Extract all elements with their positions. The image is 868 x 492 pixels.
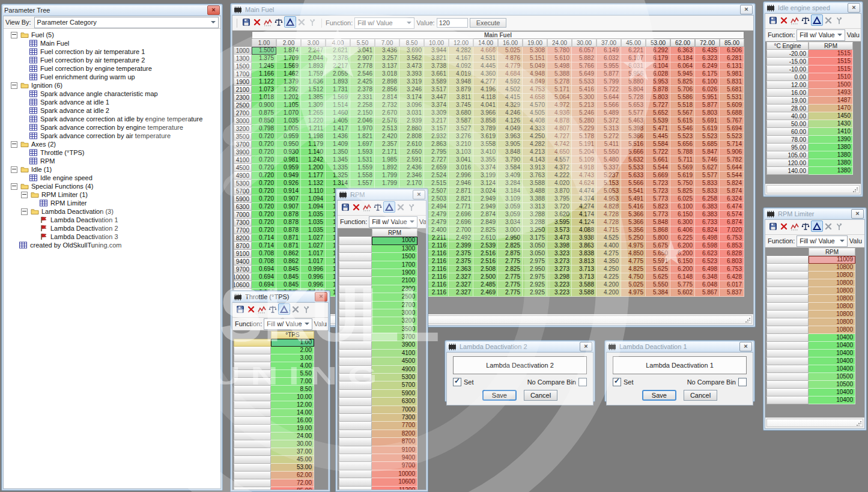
fuel-cell[interactable]: 4.049 bbox=[498, 125, 523, 133]
fuel-cell[interactable]: 3.587 bbox=[449, 117, 473, 125]
fuel-cell[interactable]: 3.024 bbox=[473, 187, 498, 195]
fuel-cell[interactable]: 5.722 bbox=[646, 148, 670, 156]
value-cell[interactable]: 72.00 bbox=[271, 479, 314, 487]
fuel-cell[interactable]: 2.825 bbox=[498, 266, 523, 273]
row-header[interactable] bbox=[339, 317, 372, 325]
fuel-cell[interactable]: 0.845 bbox=[276, 266, 301, 273]
fuel-cell[interactable]: 5.550 bbox=[646, 281, 670, 289]
value-cell[interactable]: 10800 bbox=[809, 318, 855, 326]
row-header[interactable] bbox=[766, 311, 809, 318]
fuel-cell[interactable]: 5.280 bbox=[572, 117, 596, 125]
fuel-cell[interactable]: 4.753 bbox=[523, 86, 547, 94]
fuel-cell[interactable]: 6.025 bbox=[670, 195, 695, 203]
fuel-cell[interactable]: 5.533 bbox=[621, 164, 646, 172]
fuel-cell[interactable]: 3.838 bbox=[572, 250, 596, 258]
value-cell[interactable]: 2700 bbox=[372, 302, 417, 309]
row-header[interactable]: 3500 bbox=[234, 133, 252, 141]
fuel-cell[interactable]: 5.825 bbox=[670, 187, 695, 195]
fuel-cell[interactable]: 5.544 bbox=[720, 172, 744, 180]
fuel-cell[interactable]: 4.779 bbox=[498, 62, 523, 70]
row-header[interactable]: 3200 bbox=[234, 125, 252, 133]
fuel-cell[interactable]: 1.460 bbox=[326, 109, 350, 117]
fuel-cell[interactable]: 5.945 bbox=[670, 70, 695, 78]
row-header[interactable] bbox=[339, 350, 372, 357]
row-header[interactable]: 9100 bbox=[234, 250, 252, 258]
fuel-cell[interactable]: 4.415 bbox=[498, 94, 523, 102]
column-header[interactable]: 30.00 bbox=[572, 39, 596, 47]
fuel-cell[interactable]: 5.480 bbox=[596, 156, 621, 164]
y-axis-icon[interactable] bbox=[406, 202, 417, 212]
fuel-cell[interactable]: 1.017 bbox=[301, 258, 326, 266]
value-cell[interactable]: 7300 bbox=[372, 414, 417, 422]
fuel-cell[interactable]: 4.329 bbox=[498, 102, 523, 109]
fuel-cell[interactable]: 2.949 bbox=[473, 203, 498, 211]
fuel-cell[interactable]: 3.309 bbox=[424, 109, 449, 117]
fuel-cell[interactable]: 4.372 bbox=[547, 164, 572, 172]
fuel-cell[interactable]: 3.041 bbox=[350, 47, 375, 55]
fuel-cell[interactable]: 1.073 bbox=[252, 86, 276, 94]
value-cell[interactable]: 85.00 bbox=[271, 487, 314, 490]
row-header[interactable]: 28.00 bbox=[766, 105, 809, 112]
fuel-cell[interactable]: 1.132 bbox=[301, 180, 326, 187]
row-header[interactable] bbox=[234, 386, 271, 393]
fuel-cell[interactable]: 6.435 bbox=[695, 47, 720, 55]
fuel-cell[interactable]: 5.823 bbox=[646, 203, 670, 211]
fuel-cell[interactable]: 3.790 bbox=[498, 156, 523, 164]
fuel-cell[interactable]: 1.245 bbox=[252, 62, 276, 70]
column-header[interactable]: 5.50 bbox=[350, 39, 375, 47]
fuel-cell[interactable]: 5.782 bbox=[720, 156, 744, 164]
fuel-cell[interactable]: 3.938 bbox=[572, 234, 596, 242]
fuel-cell[interactable]: 5.153 bbox=[596, 180, 621, 187]
row-header[interactable] bbox=[766, 318, 809, 326]
fuel-cell[interactable]: 3.050 bbox=[523, 242, 547, 250]
fuel-cell[interactable]: 6.506 bbox=[720, 47, 744, 55]
fuel-cell[interactable]: 6.258 bbox=[695, 195, 720, 203]
fuel-cell[interactable]: 3.398 bbox=[547, 242, 572, 250]
fuel-cell[interactable]: 3.763 bbox=[523, 172, 547, 180]
fuel-cell[interactable]: 3.595 bbox=[547, 219, 572, 226]
fuel-cell[interactable]: 3.713 bbox=[572, 273, 596, 281]
fuel-cell[interactable]: 4.360 bbox=[473, 70, 498, 78]
value-cell[interactable]: 1380 bbox=[809, 144, 853, 151]
fuel-cell[interactable]: 1.709 bbox=[276, 55, 301, 62]
value-cell[interactable]: 1390 bbox=[809, 136, 853, 144]
fuel-cell[interactable]: 5.272 bbox=[596, 133, 621, 141]
fuel-cell[interactable]: 5.109 bbox=[572, 156, 596, 164]
row-header[interactable]: 2500 bbox=[234, 102, 252, 109]
row-header[interactable] bbox=[234, 487, 271, 490]
fuel-cell[interactable]: 5.025 bbox=[498, 47, 523, 55]
fuel-cell[interactable]: 5.049 bbox=[523, 62, 547, 70]
fuel-cell[interactable]: 5.685 bbox=[695, 141, 720, 148]
fuel-cell[interactable]: 1.005 bbox=[276, 125, 301, 133]
row-header[interactable]: -15.00 bbox=[766, 58, 809, 65]
fuel-cell[interactable]: 6.383 bbox=[695, 211, 720, 219]
row-header[interactable] bbox=[339, 253, 372, 261]
fuel-cell[interactable]: 1.242 bbox=[301, 156, 326, 164]
value-cell[interactable]: 8200 bbox=[372, 430, 417, 438]
fuel-cell[interactable]: 5.727 bbox=[646, 102, 670, 109]
value-cell[interactable]: 11200 bbox=[372, 487, 417, 490]
value-cell[interactable]: 9100 bbox=[372, 446, 417, 454]
fuel-cell[interactable]: 4.727 bbox=[547, 133, 572, 141]
fuel-cell[interactable]: 2.775 bbox=[498, 258, 523, 266]
fuel-cell[interactable]: 1.821 bbox=[350, 133, 375, 141]
value-cell[interactable]: 1450 bbox=[809, 112, 853, 120]
fuel-cell[interactable]: 3.109 bbox=[498, 195, 523, 203]
fuel-cell[interactable]: 3.393 bbox=[399, 70, 424, 78]
row-header[interactable] bbox=[234, 433, 271, 440]
fuel-cell[interactable]: 3.905 bbox=[498, 141, 523, 148]
scales-icon[interactable] bbox=[800, 221, 811, 231]
row-header[interactable] bbox=[234, 417, 271, 425]
fuel-cell[interactable]: 6.148 bbox=[670, 273, 695, 281]
set-checkbox[interactable] bbox=[613, 378, 621, 386]
fuel-cell[interactable]: 2.346 bbox=[399, 172, 424, 180]
fuel-cell[interactable]: 1.314 bbox=[326, 180, 350, 187]
fuel-cell[interactable]: 5.171 bbox=[547, 86, 572, 94]
tree-item[interactable]: Spark advance correction at idle by engi… bbox=[4, 115, 220, 123]
tree-item[interactable]: RPM Limiter (1) bbox=[4, 190, 220, 199]
fuel-cell[interactable]: 0.845 bbox=[276, 281, 301, 289]
value-cell[interactable]: 1515 bbox=[809, 50, 853, 58]
fuel-cell[interactable]: 2.825 bbox=[473, 226, 498, 234]
fuel-cell[interactable]: 4.019 bbox=[449, 70, 473, 78]
fuel-cell[interactable]: 4.124 bbox=[572, 219, 596, 226]
